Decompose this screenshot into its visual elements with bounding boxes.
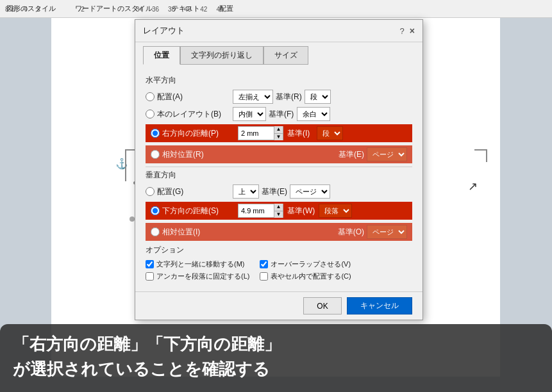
checkbox-table[interactable] bbox=[260, 272, 268, 281]
help-button[interactable]: ? bbox=[400, 26, 405, 36]
field-group-relative-v: 基準(O) ページ bbox=[338, 225, 407, 239]
row-haichi-a: 配置(A) 左揃え 基準(R) 段 bbox=[146, 90, 412, 104]
checkbox-row-anchor: アンカーを段落に固定する(L) bbox=[146, 272, 249, 281]
caption-line1: 「右方向の距離」「下方向の距離」 bbox=[13, 334, 281, 354]
checkbox-anchor-label: アンカーを段落に固定する(L) bbox=[156, 272, 249, 281]
radio-relative-h-label: 相対位置(R) bbox=[162, 149, 204, 160]
radio-haichi-a-input[interactable] bbox=[146, 92, 155, 101]
spinner-down-distance[interactable]: ▲ ▼ bbox=[238, 204, 283, 218]
radio-relative-v-input[interactable] bbox=[151, 227, 160, 236]
dialog-content: 水平方向 配置(A) 左揃え 基準(R) 段 本のレイアウト(B) 内側 基準(… bbox=[135, 65, 422, 291]
close-button[interactable]: × bbox=[410, 26, 415, 36]
select-relative-h-kijun[interactable]: ページ bbox=[367, 147, 407, 161]
ribbon: 図形のスタイル ワードアートのスタイル テキスト 配置 bbox=[0, 0, 552, 18]
vertical-section-label: 垂直方向 bbox=[146, 170, 412, 181]
spinner-down-up-btn[interactable]: ▲ bbox=[274, 204, 283, 211]
spinner-up-btn[interactable]: ▲ bbox=[274, 126, 283, 134]
radio-haichi-g-input[interactable] bbox=[146, 187, 155, 196]
label-kijun-i: 基準(I) bbox=[287, 128, 313, 139]
checkbox-overlap-label: オーバーラップさせる(V) bbox=[271, 259, 351, 269]
field-group-relative-h: 基準(E) ページ bbox=[339, 147, 407, 161]
options-col1: 文字列と一緒に移動する(M) アンカーを段落に固定する(L) bbox=[146, 259, 249, 284]
radio-haichi-g[interactable]: 配置(G) bbox=[146, 186, 229, 197]
radio-right-distance-input[interactable] bbox=[151, 129, 160, 138]
row-right-distance: 右方向の距離(P) ▲ ▼ 基準(I) 段 bbox=[146, 124, 412, 142]
ok-button[interactable]: OK bbox=[303, 297, 342, 314]
tab-text-wrap[interactable]: 文字列の折り返し bbox=[180, 46, 263, 65]
row-haichi-g: 配置(G) 上 基準(E) ページ bbox=[146, 184, 412, 199]
select-book-kijun[interactable]: 余白 bbox=[297, 107, 330, 121]
caption-line2: が選択されていることを確認する bbox=[13, 359, 270, 379]
dialog-controls: ? × bbox=[400, 26, 415, 36]
radio-haichi-a-label: 配置(A) bbox=[157, 92, 183, 102]
checkbox-overlap[interactable] bbox=[260, 260, 268, 268]
caption-overlay: 「右方向の距離」「下方向の距離」 が選択されていることを確認する bbox=[0, 324, 552, 392]
label-kijun-f: 基準(F) bbox=[269, 109, 294, 120]
label-kijun-o: 基準(O) bbox=[338, 227, 364, 238]
label-kijun-r: 基準(R) bbox=[276, 92, 302, 102]
select-relative-v-kijun[interactable]: ページ bbox=[367, 225, 407, 239]
checkbox-move[interactable] bbox=[146, 260, 154, 268]
divider-h-v bbox=[146, 167, 412, 167]
radio-down-distance-input[interactable] bbox=[151, 206, 160, 215]
radio-book-layout-input[interactable] bbox=[146, 110, 155, 118]
spinner-right-distance-btns: ▲ ▼ bbox=[274, 126, 283, 140]
radio-haichi-g-label: 配置(G) bbox=[157, 186, 183, 197]
checkbox-table-label: 表やセル内で配置する(C) bbox=[271, 272, 351, 281]
radio-relative-v[interactable]: 相対位置(I) bbox=[151, 227, 234, 238]
spinner-right-distance[interactable]: ▲ ▼ bbox=[238, 126, 283, 140]
field-group-haichi-g: 上 基準(E) ページ bbox=[233, 184, 330, 199]
row-relative-pos-v: 相対位置(I) 基準(O) ページ bbox=[146, 223, 412, 241]
checkbox-row-overlap: オーバーラップさせる(V) bbox=[260, 259, 351, 269]
layout-dialog: レイアウト ? × 位置 文字列の折り返し サイズ 水平方向 配置(A) 左揃え… bbox=[135, 19, 423, 320]
ribbon-item-shape-style: 図形のスタイル bbox=[6, 4, 56, 13]
radio-right-distance[interactable]: 右方向の距離(P) bbox=[151, 128, 234, 139]
checkbox-move-label: 文字列と一緒に移動する(M) bbox=[156, 259, 245, 269]
tab-position[interactable]: 位置 bbox=[143, 46, 180, 65]
spinner-down-down-btn[interactable]: ▼ bbox=[274, 211, 283, 218]
options-label: オプション bbox=[146, 245, 412, 256]
radio-relative-h[interactable]: 相対位置(R) bbox=[151, 149, 234, 160]
row-book-layout: 本のレイアウト(B) 内側 基準(F) 余白 bbox=[146, 107, 412, 121]
select-book-align[interactable]: 内側 bbox=[233, 107, 266, 121]
spinner-right-distance-input[interactable] bbox=[238, 127, 274, 140]
select-right-kijun[interactable]: 段 bbox=[317, 126, 343, 140]
radio-down-distance[interactable]: 下方向の距離(S) bbox=[151, 206, 234, 216]
spinner-down-distance-btns: ▲ ▼ bbox=[274, 204, 283, 218]
ribbon-item-arrange: 配置 bbox=[219, 4, 233, 13]
dialog-titlebar: レイアウト ? × bbox=[135, 20, 422, 42]
ribbon-item-text: テキスト bbox=[172, 4, 200, 13]
options-section: オプション 文字列と一緒に移動する(M) アンカーを段落に固定する(L) bbox=[146, 245, 412, 284]
label-kijun-w: 基準(W) bbox=[287, 206, 315, 216]
select-haichi-a-kijun[interactable]: 段 bbox=[305, 90, 331, 104]
checkbox-anchor[interactable] bbox=[146, 272, 154, 281]
select-down-kijun[interactable]: 段落 bbox=[319, 204, 352, 218]
cursor-arrow-icon: ↗ bbox=[468, 179, 478, 193]
radio-relative-h-input[interactable] bbox=[151, 150, 160, 159]
select-haichi-g-kijun[interactable]: ページ bbox=[290, 184, 330, 199]
radio-book-layout[interactable]: 本のレイアウト(B) bbox=[146, 109, 229, 120]
spinner-down-btn[interactable]: ▼ bbox=[274, 134, 283, 141]
label-kijun-e-h: 基準(E) bbox=[339, 149, 364, 160]
ribbon-item-wordart: ワードアートのスタイル bbox=[75, 4, 153, 13]
dialog-tabs: 位置 文字列の折り返し サイズ bbox=[135, 42, 422, 65]
spinner-down-distance-input[interactable] bbox=[238, 204, 274, 217]
cancel-button[interactable]: キャンセル bbox=[347, 297, 412, 314]
select-haichi-g-align[interactable]: 上 bbox=[233, 184, 259, 199]
bracket-top-right bbox=[474, 149, 487, 162]
bracket-top-left bbox=[125, 149, 135, 181]
dialog-title: レイアウト bbox=[143, 25, 185, 37]
radio-right-distance-label: 右方向の距離(P) bbox=[162, 128, 219, 139]
radio-haichi-a[interactable]: 配置(A) bbox=[146, 92, 229, 102]
tab-size[interactable]: サイズ bbox=[263, 46, 308, 65]
row-down-distance: 下方向の距離(S) ▲ ▼ 基準(W) 段落 bbox=[146, 202, 412, 220]
select-haichi-a-align[interactable]: 左揃え bbox=[233, 90, 273, 104]
bracket-circle bbox=[130, 216, 135, 222]
radio-book-layout-label: 本のレイアウト(B) bbox=[157, 109, 221, 120]
field-group-book: 内側 基準(F) 余白 bbox=[233, 107, 330, 121]
radio-relative-v-label: 相対位置(I) bbox=[162, 227, 200, 238]
checkbox-row-table: 表やセル内で配置する(C) bbox=[260, 272, 351, 281]
label-kijun-e-v: 基準(E) bbox=[262, 186, 287, 197]
checkbox-row-move: 文字列と一緒に移動する(M) bbox=[146, 259, 249, 269]
options-col2: オーバーラップさせる(V) 表やセル内で配置する(C) bbox=[260, 259, 351, 284]
